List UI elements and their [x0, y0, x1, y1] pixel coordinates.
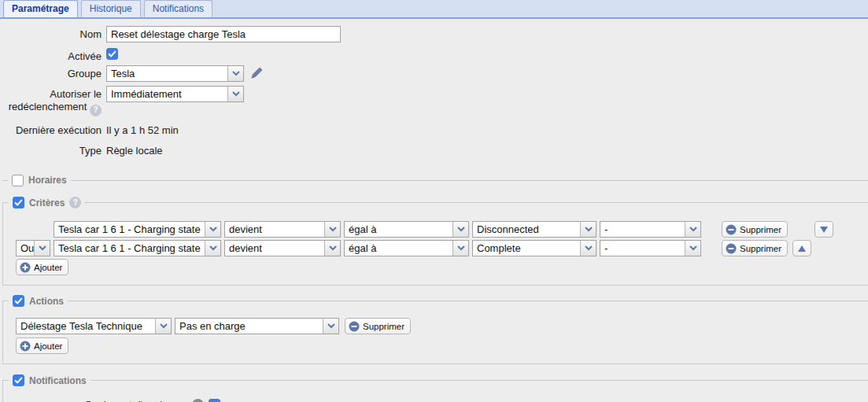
chevron-down-icon — [205, 241, 220, 256]
arrow-up-icon — [798, 245, 806, 252]
field-row-nom: Nom — [0, 26, 868, 48]
tab-parametrage[interactable]: Paramétrage — [3, 0, 78, 17]
check-icon — [108, 50, 116, 58]
field-row-activee: Activée — [0, 48, 868, 65]
chevron-down-icon — [323, 319, 338, 334]
criteria-device-select[interactable]: Tesla car 1 6 1 - Charging state — [54, 240, 221, 256]
criteria-row: Ou Tesla car 1 6 1 - Charging state devi… — [16, 240, 868, 256]
horaires-section-label: Horaires — [28, 174, 67, 186]
tab-notifications[interactable]: Notifications — [144, 0, 212, 17]
criteria-verb-select[interactable]: devient — [224, 240, 341, 256]
move-up-spacer — [792, 221, 811, 238]
activee-label: Activée — [0, 48, 106, 63]
actions-section-label: Actions — [29, 296, 64, 307]
chevron-down-icon — [155, 319, 171, 334]
arrow-down-icon — [820, 227, 828, 233]
section-notifications: Notifications Sur le portail eedomus i — [2, 374, 868, 402]
check-icon — [14, 198, 23, 207]
section-criteres: Critères ? Tesla car 1 6 1 - Charging st… — [2, 197, 868, 286]
chevron-down-icon — [452, 241, 468, 256]
chevron-down-icon — [227, 66, 243, 81]
criteria-value-select[interactable]: Complete — [472, 240, 597, 256]
criteres-checkbox[interactable] — [13, 197, 24, 208]
type-label: Type — [0, 142, 106, 157]
action-row: Délestage Tesla Technique Pas en charge … — [16, 318, 868, 334]
criteria-operator-select[interactable]: Ou — [16, 240, 50, 256]
horaires-checkbox[interactable] — [12, 175, 24, 186]
plus-circle-icon — [20, 341, 31, 352]
help-icon[interactable]: ? — [69, 197, 81, 208]
add-action-button[interactable]: Ajouter — [16, 337, 68, 354]
portal-notification-row: Sur le portail eedomus i — [85, 399, 868, 402]
groupe-select[interactable]: Tesla — [106, 65, 244, 82]
criteres-section-label: Critères — [29, 197, 65, 208]
tab-bar: Paramétrage Historique Notifications — [0, 0, 868, 17]
check-icon — [14, 376, 23, 385]
type-value: Règle locale — [106, 142, 163, 157]
add-criteria-button[interactable]: Ajouter — [16, 259, 68, 275]
nom-label: Nom — [0, 26, 106, 41]
notifications-section-label: Notifications — [29, 375, 87, 386]
chevron-down-icon — [205, 222, 220, 237]
check-icon — [14, 297, 23, 305]
activee-checkbox[interactable] — [106, 48, 118, 60]
chevron-down-icon — [452, 222, 468, 237]
criteria-comparator-select[interactable]: égal à — [344, 221, 469, 238]
edit-pencil-icon[interactable] — [250, 67, 263, 82]
minus-circle-icon — [726, 243, 737, 254]
redeclenchement-select[interactable]: Immédiatement — [106, 86, 244, 102]
tab-historique[interactable]: Historique — [81, 0, 141, 17]
delete-action-button[interactable]: Supprimer — [345, 318, 411, 334]
section-actions: Actions Délestage Tesla Technique Pas en… — [2, 295, 868, 364]
chevron-down-icon — [580, 241, 596, 256]
criteria-device-select[interactable]: Tesla car 1 6 1 - Charging state — [54, 221, 221, 238]
action-value-select[interactable]: Pas en charge — [175, 318, 339, 334]
field-row-redeclenchement: Autoriser le redéclenchement ? Immédiate… — [0, 86, 868, 122]
plus-circle-icon — [20, 262, 31, 273]
chevron-down-icon — [685, 222, 700, 237]
criteria-param-select[interactable]: - — [600, 240, 701, 256]
delete-criteria-button[interactable]: Supprimer — [722, 221, 788, 238]
criteria-value-select[interactable]: Disconnected — [472, 221, 597, 238]
groupe-label: Groupe — [0, 65, 106, 80]
field-row-derniere-execution: Dernière exécution Il y a 1 h 52 min — [0, 122, 868, 142]
minus-circle-icon — [349, 321, 360, 332]
field-row-type: Type Règle locale — [0, 142, 868, 163]
notifications-checkbox[interactable] — [13, 374, 24, 386]
criteria-comparator-select[interactable]: égal à — [344, 240, 469, 256]
move-down-button[interactable] — [814, 221, 833, 238]
section-horaires: Horaires — [0, 174, 868, 186]
criteria-row: Tesla car 1 6 1 - Charging state devient… — [16, 221, 868, 238]
move-down-spacer — [814, 240, 833, 256]
action-device-select[interactable]: Délestage Tesla Technique — [16, 318, 172, 334]
info-icon[interactable]: i — [192, 399, 204, 402]
actions-checkbox[interactable] — [13, 295, 24, 307]
criteria-param-select[interactable]: - — [600, 221, 701, 238]
chevron-down-icon — [685, 241, 700, 256]
redeclenchement-label: Autoriser le redéclenchement ? — [0, 86, 106, 116]
portal-notification-checkbox[interactable] — [209, 399, 220, 402]
field-row-groupe: Groupe Tesla — [0, 65, 868, 86]
portal-notification-label: Sur le portail eedomus — [85, 399, 187, 402]
minus-circle-icon — [726, 224, 737, 235]
criteria-verb-select[interactable]: devient — [224, 221, 341, 238]
derniere-execution-label: Dernière exécution — [0, 122, 106, 137]
derniere-execution-value: Il y a 1 h 52 min — [106, 122, 179, 137]
chevron-down-icon — [580, 222, 596, 237]
delete-criteria-button[interactable]: Supprimer — [722, 240, 788, 256]
chevron-down-icon — [34, 241, 50, 256]
chevron-down-icon — [227, 87, 243, 101]
nom-input[interactable] — [106, 26, 341, 42]
settings-panel: Nom Activée Groupe Tesla Autoriser le re… — [0, 19, 868, 402]
chevron-down-icon — [324, 222, 340, 237]
move-up-button[interactable] — [792, 240, 811, 256]
chevron-down-icon — [324, 241, 340, 256]
help-icon[interactable]: ? — [90, 105, 102, 116]
